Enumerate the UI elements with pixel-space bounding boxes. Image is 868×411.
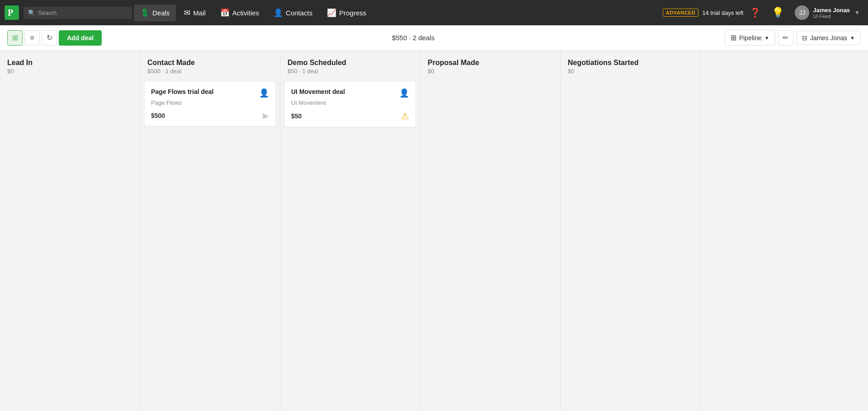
- user-filter-label: James Jonas: [810, 34, 847, 42]
- trial-text: 14 trial days left: [702, 9, 743, 16]
- card-title: Page Flows trial deal: [151, 88, 255, 95]
- column-title: Demo Scheduled: [288, 59, 413, 67]
- nav-contacts[interactable]: 👤 Contacts: [267, 5, 319, 21]
- search-placeholder: Search: [38, 9, 57, 16]
- column-lead-in: Lead In$0: [0, 51, 140, 411]
- column-cards: UI Movement deal👤UI Movement$50⚠: [280, 78, 420, 411]
- deals-icon: 💲: [140, 8, 150, 18]
- pipeline-label: Pipeline: [739, 34, 762, 42]
- edit-button[interactable]: ✏: [778, 30, 793, 46]
- column-meta: $0: [428, 68, 553, 75]
- add-deal-button[interactable]: Add deal: [59, 30, 102, 46]
- card-header: UI Movement deal👤: [291, 88, 409, 98]
- kanban-icon: ⊞: [12, 33, 18, 42]
- nav-deals[interactable]: 💲 Deals: [134, 5, 176, 21]
- deals-toolbar: ⊞ ≡ ↻ Add deal $550 · 2 deals ⊞ Pipeline…: [0, 25, 868, 51]
- deal-summary-text: $550 · 2 deals: [392, 34, 434, 42]
- pipeline-selector[interactable]: ⊞ Pipeline ▼: [725, 30, 775, 46]
- user-filter-icon: ⊟: [802, 34, 807, 42]
- nav-activities-label: Activities: [232, 9, 259, 17]
- svg-text:P: P: [8, 8, 13, 18]
- card-footer: $500▶: [151, 111, 269, 121]
- column-header-demo-scheduled: Demo Scheduled$50 · 1 deal: [280, 51, 420, 78]
- column-title: Lead In: [7, 59, 132, 67]
- progress-icon: 📈: [327, 8, 336, 18]
- nav-mail-label: Mail: [193, 9, 206, 17]
- search-box[interactable]: 🔍 Search: [24, 7, 132, 19]
- card-org: UI Movement: [291, 99, 409, 106]
- card-value: $500: [151, 112, 165, 119]
- card-org: Page Flows: [151, 99, 269, 106]
- user-filter-chevron-icon: ▼: [850, 35, 855, 41]
- pipeline-chevron-icon: ▼: [764, 35, 769, 41]
- column-header-negotiations-started: Negotiations Started$0: [561, 51, 700, 78]
- refresh-icon: ↻: [47, 33, 52, 42]
- column-cards: [420, 78, 560, 411]
- column-header-proposal-made: Proposal Made$0: [420, 51, 560, 78]
- add-deal-label: Add deal: [67, 34, 94, 42]
- refresh-button[interactable]: ↻: [42, 30, 57, 46]
- user-filter[interactable]: ⊟ James Jonas ▼: [796, 31, 861, 45]
- list-view-button[interactable]: ≡: [24, 30, 40, 46]
- user-chevron-icon: ▼: [854, 9, 860, 16]
- nav-activities[interactable]: 📅 Activities: [214, 5, 265, 21]
- column-meta: $50 · 1 deal: [288, 68, 413, 75]
- person-icon: 👤: [259, 88, 269, 98]
- avatar: JJ: [795, 5, 809, 20]
- next-activity-icon[interactable]: ▶: [263, 111, 269, 121]
- deal-card[interactable]: Page Flows trial deal👤Page Flows$500▶: [145, 82, 275, 126]
- user-menu[interactable]: JJ James Jonas UI Feed ▼: [790, 3, 864, 23]
- kanban-view-button[interactable]: ⊞: [7, 30, 23, 46]
- column-title: Negotiations Started: [568, 59, 693, 67]
- nav-progress[interactable]: 📈 Progress: [321, 5, 373, 21]
- user-subtitle: UI Feed: [813, 14, 850, 19]
- column-title: Proposal Made: [428, 59, 553, 67]
- column-meta: $0: [7, 68, 132, 75]
- contacts-icon: 👤: [274, 8, 283, 18]
- top-navigation: P 🔍 Search 💲 Deals ✉ Mail 📅 Activities 👤…: [0, 0, 868, 25]
- column-cards: [0, 78, 140, 411]
- nav-mail[interactable]: ✉ Mail: [178, 5, 212, 21]
- card-value: $50: [291, 112, 302, 120]
- card-header: Page Flows trial deal👤: [151, 88, 269, 98]
- pipeline-kanban-icon: ⊞: [731, 33, 736, 42]
- person-icon: 👤: [399, 88, 409, 98]
- warning-icon[interactable]: ⚠: [401, 111, 409, 121]
- card-title: UI Movement deal: [291, 88, 396, 95]
- deals-board: Lead In$0Contact Made$500 · 1 dealPage F…: [0, 51, 868, 411]
- tips-button[interactable]: 💡: [767, 3, 788, 22]
- toolbar-right: ⊞ Pipeline ▼ ✏ ⊟ James Jonas ▼: [725, 30, 861, 46]
- nav-deals-label: Deals: [152, 9, 170, 17]
- card-footer: $50⚠: [291, 111, 409, 121]
- help-button[interactable]: ❓: [745, 4, 765, 22]
- nav-progress-label: Progress: [339, 9, 366, 17]
- column-header-contact-made: Contact Made$500 · 1 deal: [140, 51, 280, 78]
- edit-icon: ✏: [783, 33, 788, 42]
- nav-contacts-label: Contacts: [286, 9, 312, 17]
- list-icon: ≡: [30, 34, 34, 42]
- advanced-badge: ADVANCED: [663, 9, 699, 17]
- deal-card[interactable]: UI Movement deal👤UI Movement$50⚠: [285, 82, 415, 127]
- deal-summary: $550 · 2 deals: [105, 34, 721, 42]
- column-demo-scheduled: Demo Scheduled$50 · 1 dealUI Movement de…: [280, 51, 420, 411]
- user-name: James Jonas: [813, 7, 850, 14]
- app-logo[interactable]: P: [4, 5, 20, 21]
- column-meta: $500 · 1 deal: [147, 68, 273, 75]
- trial-info[interactable]: ADVANCED 14 trial days left: [663, 9, 744, 17]
- search-icon: 🔍: [28, 9, 35, 16]
- toolbar-left: ⊞ ≡ ↻ Add deal: [7, 30, 102, 46]
- column-cards: [561, 78, 700, 411]
- user-info: James Jonas UI Feed: [813, 7, 850, 19]
- column-negotiations-started: Negotiations Started$0: [561, 51, 701, 411]
- column-title: Contact Made: [147, 59, 273, 67]
- column-proposal-made: Proposal Made$0: [420, 51, 561, 411]
- activities-icon: 📅: [220, 8, 230, 18]
- column-meta: $0: [568, 68, 693, 75]
- column-header-lead-in: Lead In$0: [0, 51, 140, 78]
- column-cards: Page Flows trial deal👤Page Flows$500▶: [140, 78, 280, 411]
- mail-icon: ✉: [184, 8, 190, 18]
- column-contact-made: Contact Made$500 · 1 dealPage Flows tria…: [140, 51, 280, 411]
